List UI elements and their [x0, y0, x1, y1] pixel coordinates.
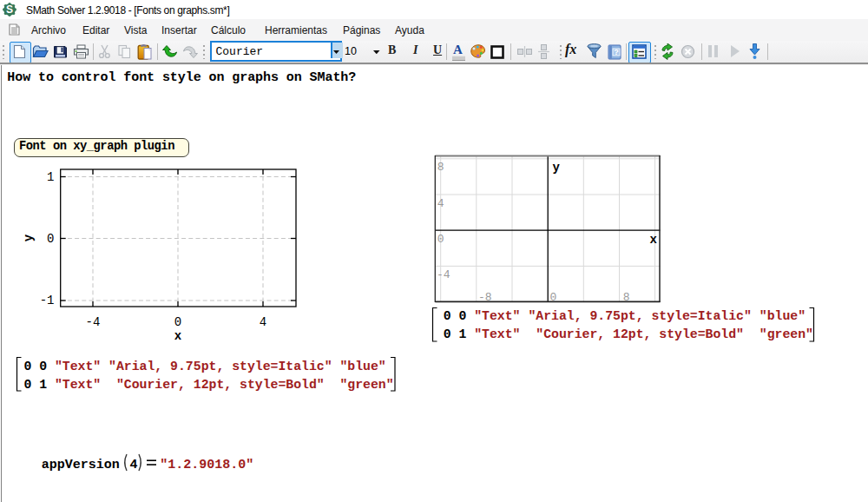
- svg-text:-1: -1: [40, 294, 55, 307]
- svg-text:x: x: [650, 233, 658, 247]
- svg-text:y: y: [553, 161, 561, 175]
- svg-text:8: 8: [623, 291, 630, 304]
- svg-text:4: 4: [437, 197, 444, 210]
- svg-text:-4: -4: [437, 268, 450, 281]
- svg-text:x: x: [174, 329, 182, 343]
- svg-text:-4: -4: [86, 315, 101, 329]
- svg-text:0: 0: [550, 291, 557, 304]
- svg-text:y: y: [22, 234, 36, 241]
- svg-text:S: S: [6, 3, 13, 16]
- svg-text:8: 8: [437, 161, 444, 174]
- svg-text:4: 4: [260, 315, 266, 329]
- svg-text:?: ?: [614, 48, 619, 56]
- svg-text:0: 0: [174, 315, 181, 329]
- svg-text:1: 1: [47, 170, 54, 184]
- svg-text:-8: -8: [478, 291, 492, 304]
- svg-text:0: 0: [437, 233, 444, 246]
- svg-text:0: 0: [47, 232, 54, 246]
